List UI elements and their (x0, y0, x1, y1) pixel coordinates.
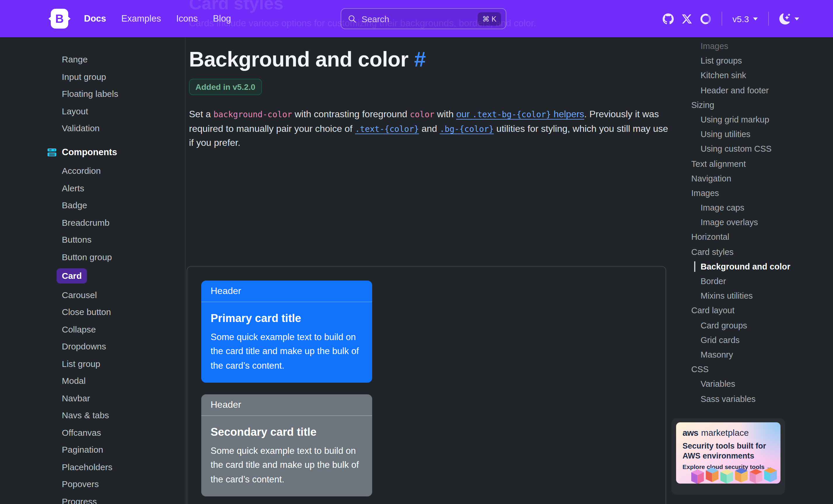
version-label: v5.3 (732, 14, 749, 24)
toc-item-navigation[interactable]: Navigation (691, 173, 731, 184)
toc-item-using-custom-css[interactable]: Using custom CSS (700, 144, 771, 154)
toc-item-border[interactable]: Border (700, 276, 726, 286)
sidebar-item-floating-labels[interactable]: Floating labels (62, 88, 118, 100)
toc-item-list-groups[interactable]: List groups (700, 55, 742, 66)
toc-item-text-alignment[interactable]: Text alignment (691, 159, 746, 169)
navbar-content: B Docs Examples Icons Blog ⌘ K (0, 0, 833, 37)
sidebar-section-components[interactable]: Components (47, 147, 185, 158)
sidebar-item-range[interactable]: Range (62, 54, 88, 65)
github-link[interactable] (662, 13, 673, 24)
toc-item-images[interactable]: Images (700, 41, 728, 51)
top-navbar: Card styles Cards include various option… (0, 0, 833, 37)
sidebar-item-validation[interactable]: Validation (62, 122, 100, 134)
theme-toggle-dropdown[interactable] (779, 13, 799, 24)
sidebar-item-popovers[interactable]: Popovers (62, 478, 99, 490)
sidebar-item-offcanvas[interactable]: Offcanvas (62, 427, 101, 438)
toc-item-background-and-color[interactable]: Background and color (694, 261, 790, 272)
toc-item-variables[interactable]: Variables (700, 379, 735, 389)
sidebar-item-badge[interactable]: Badge (62, 199, 87, 211)
sidebar-item-modal[interactable]: Modal (62, 375, 86, 387)
sidebar-item-dropdowns[interactable]: Dropdowns (62, 341, 106, 352)
sidebar-item-carousel[interactable]: Carousel (62, 289, 97, 301)
keyboard-shortcut-badge: ⌘ K (477, 12, 501, 25)
search-input[interactable] (361, 14, 477, 24)
toc-item-using-utilities[interactable]: Using utilities (700, 129, 751, 139)
sidebar-item-list-group[interactable]: List group (62, 358, 100, 369)
aws-marketplace-ad[interactable]: aws marketplace Security tools built for… (676, 422, 781, 484)
navbar-links: Docs Examples Icons Blog (84, 14, 231, 24)
inline-code: background-color (214, 110, 292, 119)
sidebar-section-label: Components (62, 147, 117, 158)
toc-item-masonry[interactable]: Masonry (700, 350, 733, 360)
card-text: Some quick example text to build on the … (211, 444, 363, 486)
search-box[interactable]: ⌘ K (341, 8, 506, 29)
card-header: Header (201, 394, 372, 416)
bootstrap-logo[interactable]: B (48, 7, 71, 30)
toc-item-grid-cards[interactable]: Grid cards (700, 335, 740, 345)
docs-sidebar: Range Input group Floating labels Layout… (0, 37, 186, 504)
aws-logo-text: aws (683, 428, 698, 437)
toc-item-images-2[interactable]: Images (691, 188, 719, 198)
version-dropdown[interactable]: v5.3 (732, 14, 758, 24)
bootstrap-logo-icon: B (48, 7, 71, 30)
nav-link-docs[interactable]: Docs (84, 14, 106, 24)
chevron-down-icon (753, 17, 758, 20)
bg-color-link[interactable]: .bg-{color} (440, 123, 494, 133)
navbar-divider (721, 12, 722, 26)
sidebar-item-progress[interactable]: Progress (62, 496, 97, 504)
main-content: Background and color# Added in v5.2.0 Se… (189, 37, 668, 150)
sidebar-item-collapse[interactable]: Collapse (62, 323, 96, 335)
intro-paragraph: Set a background-color with contrasting … (189, 107, 668, 150)
toc-item-sass-variables[interactable]: Sass variables (700, 393, 756, 404)
card-title: Primary card title (211, 312, 363, 325)
inline-code: color (410, 110, 434, 119)
toc-item-image-overlays[interactable]: Image overlays (700, 217, 758, 228)
toc-item-card-groups[interactable]: Card groups (700, 320, 747, 331)
sidebar-item-buttons[interactable]: Buttons (62, 234, 92, 246)
toc-item-header-and-footer[interactable]: Header and footer (700, 85, 769, 95)
x-twitter-link[interactable] (682, 14, 692, 24)
heading-anchor-link[interactable]: # (414, 47, 426, 71)
toc-item-card-layout[interactable]: Card layout (691, 305, 734, 316)
toc-item-using-grid-markup[interactable]: Using grid markup (700, 114, 769, 125)
toc-list: Images List groups Kitchen sink Header a… (691, 41, 814, 404)
chevron-down-icon (794, 17, 799, 20)
secondary-card: Header Secondary card title Some quick e… (201, 394, 372, 497)
card-header: Header (201, 281, 372, 302)
components-icon (47, 148, 56, 157)
nav-link-blog[interactable]: Blog (213, 14, 231, 24)
sidebar-item-alerts[interactable]: Alerts (62, 182, 84, 194)
moon-stars-icon (779, 13, 790, 24)
sidebar-item-close-button[interactable]: Close button (62, 306, 111, 318)
sidebar-item-breadcrumb[interactable]: Breadcrumb (62, 217, 110, 229)
toc-item-image-caps[interactable]: Image caps (700, 202, 744, 213)
added-in-version-badge: Added in v5.2.0 (189, 79, 262, 95)
navbar-right-group: v5.3 (662, 0, 799, 37)
sidebar-item-pagination[interactable]: Pagination (62, 444, 103, 456)
toc-item-sizing[interactable]: Sizing (691, 100, 714, 110)
toc-item-kitchen-sink[interactable]: Kitchen sink (700, 70, 746, 81)
github-icon (662, 13, 673, 24)
sidebar-item-placeholders[interactable]: Placeholders (62, 461, 112, 473)
sidebar-item-button-group[interactable]: Button group (62, 251, 112, 263)
toc-item-mixins-utilities[interactable]: Mixins utilities (700, 290, 753, 301)
toc-item-card-styles[interactable]: Card styles (691, 246, 734, 257)
toc-item-css[interactable]: CSS (691, 364, 709, 375)
toc-item-horizontal[interactable]: Horizontal (691, 232, 730, 242)
sidebar-forms-items: Range Input group Floating labels Layout… (62, 54, 185, 134)
text-bg-helpers-link[interactable]: our .text-bg-{color} helpers (456, 109, 584, 119)
sponsor-ad-container: aws marketplace Security tools built for… (671, 418, 785, 495)
table-of-contents: Images List groups Kitchen sink Header a… (691, 41, 814, 408)
nav-link-examples[interactable]: Examples (121, 14, 161, 24)
sidebar-item-card[interactable]: Card (56, 268, 87, 284)
sidebar-item-layout[interactable]: Layout (62, 105, 88, 117)
opencollective-link[interactable] (700, 13, 711, 24)
sidebar-item-navs-tabs[interactable]: Navs & tabs (62, 409, 109, 421)
sidebar-item-navbar[interactable]: Navbar (62, 392, 90, 404)
sidebar-item-accordion[interactable]: Accordion (62, 165, 101, 177)
nav-link-icons[interactable]: Icons (176, 14, 198, 24)
card-body: Primary card title Some quick example te… (201, 302, 372, 383)
ad-headline: Security tools built for AWS environment… (683, 441, 770, 461)
text-color-link[interactable]: .text-{color} (355, 123, 419, 133)
sidebar-item-input-group[interactable]: Input group (62, 71, 106, 82)
